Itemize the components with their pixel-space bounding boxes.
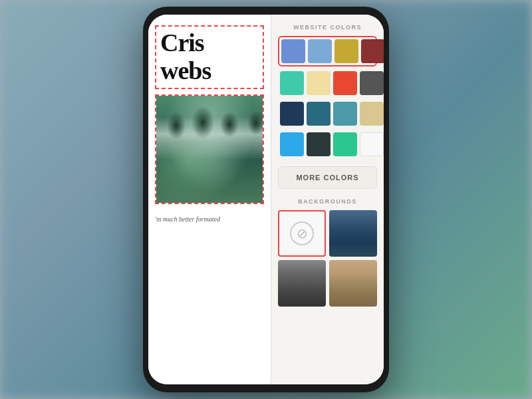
color-swatch[interactable]: [281, 39, 305, 63]
color-swatch[interactable]: [307, 102, 331, 126]
color-swatch[interactable]: [307, 132, 331, 156]
preview-panel: Cris webs 'm much better formated: [148, 15, 271, 384]
color-row-3: [278, 100, 377, 128]
background-none[interactable]: ⊘: [278, 210, 326, 257]
backgrounds-label: BACKGROUNDS: [278, 198, 377, 205]
background-ocean[interactable]: [329, 210, 377, 257]
color-swatch[interactable]: [333, 71, 357, 95]
preview-title-area: Cris webs: [155, 25, 264, 89]
color-panel: WEBSITE COLORS: [271, 15, 384, 384]
color-swatch[interactable]: [307, 71, 331, 95]
preview-image-area: [155, 94, 264, 204]
color-row-4: [278, 130, 377, 158]
preview-body-text: 'm much better formated: [155, 215, 220, 223]
color-swatch[interactable]: [334, 39, 358, 63]
color-swatch[interactable]: [280, 132, 304, 156]
phone-screen: Cris webs 'm much better formated WEBSIT…: [148, 15, 384, 384]
phone-frame: Cris webs 'm much better formated WEBSIT…: [143, 7, 389, 392]
color-swatch[interactable]: [308, 39, 332, 63]
color-swatch[interactable]: [333, 132, 357, 156]
preview-text-area: 'm much better formated: [155, 209, 264, 227]
background-city[interactable]: [278, 260, 326, 307]
color-row-2: [278, 69, 377, 97]
preview-title-line1: Cris: [160, 29, 204, 57]
color-swatch[interactable]: [280, 71, 304, 95]
color-swatch[interactable]: [360, 71, 384, 95]
preview-content: Cris webs 'm much better formated: [148, 15, 271, 384]
website-colors-label: WEBSITE COLORS: [278, 24, 377, 31]
more-colors-button[interactable]: MORE COLORS: [278, 166, 377, 189]
color-swatch[interactable]: [361, 39, 384, 63]
color-swatch[interactable]: [360, 102, 384, 126]
color-row-selected: [278, 36, 377, 66]
preview-title-line2: webs: [160, 57, 211, 84]
background-buildings[interactable]: [329, 260, 377, 307]
color-swatch[interactable]: [333, 102, 357, 126]
color-swatch[interactable]: [360, 132, 384, 156]
backgrounds-grid: ⊘: [278, 210, 377, 307]
preview-title: Cris webs: [160, 29, 259, 85]
color-swatch[interactable]: [280, 102, 304, 126]
no-background-icon: ⊘: [290, 221, 314, 245]
preview-image: [156, 96, 263, 203]
